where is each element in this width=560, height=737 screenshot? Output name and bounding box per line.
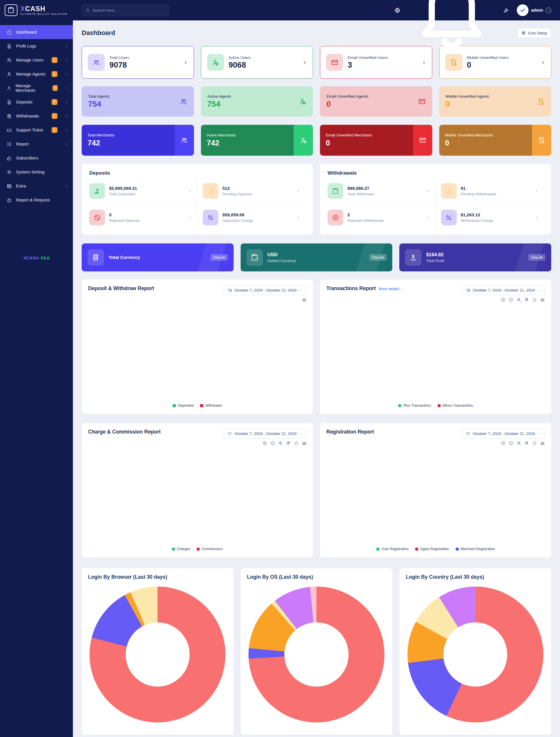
stat-card-total-agents[interactable]: Total Agents754 (82, 86, 194, 117)
sidebar-item-extra[interactable]: Extra (0, 179, 73, 193)
chevron-right-icon[interactable] (535, 216, 538, 220)
pan-icon[interactable] (524, 441, 529, 445)
notifications-button[interactable]: 9+ (408, 0, 496, 54)
chevron-right-icon[interactable] (426, 216, 430, 220)
panel-item-total-withdrawn[interactable]: $99,086.27Total Withdrawn (328, 178, 436, 204)
stat-card-active-merchants[interactable]: Active Merchants742 (201, 125, 313, 156)
stat-label: Active Merchants (207, 133, 288, 137)
sidebar-item-manage-users[interactable]: Manage Users! (0, 53, 73, 67)
panel-item-rejected-withdrawals[interactable]: 2Rejected Withdrawals (328, 204, 436, 231)
zoom-out-circle-icon[interactable] (270, 441, 275, 445)
sidebar-item-withdrawals[interactable]: Withdrawals! (0, 109, 73, 123)
panel-value: $59,059.69 (223, 212, 253, 217)
chevron-right-icon[interactable] (535, 189, 538, 193)
chevron-right-icon[interactable] (188, 189, 192, 193)
zoom-select-icon[interactable] (517, 297, 521, 302)
zoom-in-circle-icon[interactable] (263, 441, 267, 445)
sidebar: XCASH ULTIMATE WALLET SOLUTION Dashboard… (0, 0, 73, 737)
date-range-picker[interactable]: 2800.02100.01400.0700.00.007-October-202… (223, 286, 307, 295)
sidebar-item-dashboard[interactable]: Dashboard (0, 25, 73, 39)
sidebar-item-profit-logs[interactable]: Profit Logs (0, 39, 73, 53)
extra-icon (6, 183, 12, 189)
profile-menu[interactable]: admin (517, 4, 551, 16)
zoom-out-circle-icon[interactable] (509, 297, 513, 302)
profile-caret (546, 8, 551, 13)
chevron-right-icon[interactable] (296, 216, 300, 220)
home-small-icon[interactable] (532, 441, 537, 445)
zoom-select-icon[interactable] (278, 441, 283, 445)
wallet-icon (332, 188, 339, 195)
donut-title: Login By Country (Last 30 days) (406, 574, 545, 580)
sidebar-item-label: Extra (16, 184, 26, 188)
calendar-icon: 2800.02100.01400.0700.00.007-October-202… (227, 288, 232, 293)
menu-icon[interactable]: ≡ (302, 297, 307, 302)
sidebar-item-system-setting[interactable]: System Setting (0, 165, 73, 179)
chevron-right-icon[interactable] (296, 189, 300, 193)
chevron-right-icon[interactable] (426, 189, 430, 193)
panel-item-deposited-charge[interactable]: $59,059.69Deposited Charge (197, 204, 306, 231)
sidebar-item-support-ticket[interactable]: Support Ticket! (0, 123, 73, 137)
more-details-link[interactable]: More details → (379, 287, 404, 291)
username: admin (531, 8, 543, 13)
chevron-right-icon[interactable] (188, 216, 192, 220)
panel-icon-tile (89, 210, 105, 225)
view-all-button[interactable]: View All (370, 254, 386, 261)
panel-item-rejected-deposits[interactable]: 0Rejected Deposits (89, 204, 197, 231)
menu-icon[interactable]: ≡ (302, 441, 307, 445)
view-all-button[interactable]: View All (211, 254, 227, 261)
globe-icon[interactable] (394, 7, 400, 13)
stat-icon-strip (175, 125, 194, 156)
date-range-picker[interactable]: 252015105007-October-202408-October-2024… (462, 429, 545, 438)
logo-subtitle: ULTIMATE WALLET SOLUTION (20, 13, 67, 15)
menu-icon[interactable]: ≡ (540, 441, 545, 445)
search-input[interactable] (93, 8, 165, 13)
stat-card-active-agents[interactable]: Active Agents754 (201, 86, 313, 117)
chevron-right-icon[interactable] (541, 60, 545, 65)
chevron-right-icon[interactable] (302, 60, 307, 65)
view-all-button[interactable]: View All (529, 254, 545, 261)
pan-icon[interactable] (286, 441, 291, 445)
panel-item-total-deposited[interactable]: $5,895,069.21Total Deposited (89, 178, 197, 204)
stat-card-total-merchants[interactable]: Total Merchants742 (82, 125, 194, 156)
cron-setup-button[interactable]: Cron Setup (517, 28, 551, 38)
sidebar-item-deposits[interactable]: Deposits! (0, 95, 73, 109)
stat-card-mobile-unverified-merchants[interactable]: Mobile Unverified Merchants0 (439, 125, 552, 156)
date-range-picker[interactable]: 1.00.80.60.40.20.007-October-202408-Octo… (223, 429, 307, 438)
zoom-in-circle-icon[interactable] (501, 441, 505, 445)
chart-card-registration: Registration Report252015105007-October-… (320, 423, 551, 558)
chart-card-transactions: Transactions ReportMore details →5000.04… (320, 280, 551, 414)
stat-card-email-unverified-agents[interactable]: Email Unverified Agents0 (320, 86, 432, 117)
stat-value: 9078 (109, 61, 129, 70)
zoom-in-circle-icon[interactable] (501, 297, 505, 302)
sidebar-item-report-request[interactable]: Report & Request (0, 193, 73, 207)
stat-card-total-users[interactable]: Total Users9078 (82, 46, 194, 79)
home-small-icon[interactable] (294, 441, 299, 445)
pan-icon[interactable] (524, 297, 529, 302)
panel-item-pending-deposits[interactable]: 512Pending Deposits (197, 178, 306, 204)
sidebar-item-subscribers[interactable]: Subscribers (0, 151, 73, 165)
sidebar-item-report[interactable]: Report (0, 137, 73, 151)
stat-card-mobile-unverified-agents[interactable]: Mobile Unverified Agents0 (439, 86, 552, 117)
users-icon (181, 137, 188, 144)
panel-label: Rejected Deposits (109, 218, 140, 223)
sidebar-item-manage-merchants[interactable]: Manage Merchants! (0, 81, 73, 95)
date-range-picker[interactable]: 5000.04000.03000.02000.01000.00.007-Octo… (462, 286, 545, 295)
panel-icon-tile (89, 183, 105, 199)
home-small-icon[interactable] (532, 297, 537, 302)
wrench-icon[interactable] (503, 7, 509, 13)
menu-icon[interactable]: ≡ (540, 297, 545, 302)
bank-icon (6, 113, 12, 119)
stat-card-email-unverified-merchants[interactable]: Email Unverified Merchants0 (320, 125, 432, 156)
sidebar-item-label: Report (16, 142, 29, 146)
panel-item-withdrawal-charge[interactable]: $1,263.12Withdrawal Charge (436, 204, 544, 231)
chevron-right-icon[interactable] (183, 60, 188, 65)
logo-title: XCASH (20, 5, 67, 12)
sidebar-item-manage-agents[interactable]: Manage Agents! (0, 67, 73, 81)
zoom-out-circle-icon[interactable] (509, 441, 513, 445)
search-box[interactable] (82, 4, 169, 16)
zoom-select-icon[interactable] (517, 441, 521, 445)
legend-item: User Registration (376, 547, 409, 551)
stat-card-active-users[interactable]: Active Users9068 (201, 46, 313, 79)
panel-item-pending-withdrawals[interactable]: 91Pending Withdrawals (436, 178, 544, 204)
chevron-right-icon[interactable] (422, 60, 426, 65)
